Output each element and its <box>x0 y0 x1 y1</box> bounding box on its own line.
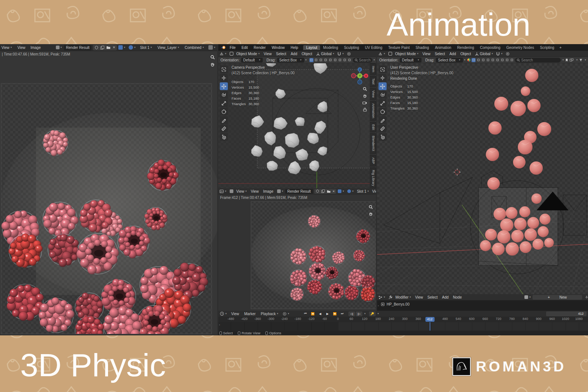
timeline-editor[interactable]: ▼ ViewMarkerPlayback▼ ▼ ⏮ ⏪ ◀ ▶ ⏩ ⏭ <box>218 311 588 331</box>
drag-field[interactable]: Select Box▼ <box>436 58 463 63</box>
node-tree-type[interactable]: Modifier▼ <box>394 295 413 299</box>
toggle-icon-3[interactable] <box>324 58 328 62</box>
new-node-tree-button[interactable]: +New <box>533 295 582 300</box>
editor-type-icon[interactable]: ▼ <box>377 52 387 56</box>
drag-field[interactable]: Select Box▼ <box>277 58 304 63</box>
toggle-icon-6[interactable] <box>500 58 504 62</box>
image-icon[interactable] <box>228 189 235 193</box>
viewport-search[interactable]: Search <box>515 58 561 63</box>
toggle-icon-5[interactable] <box>333 58 337 62</box>
mode-icon[interactable] <box>387 52 394 56</box>
camera-viewport-menu-view[interactable]: View <box>262 52 274 56</box>
user-viewport-canvas[interactable]: User Perspective (412) Scene Collection … <box>377 63 588 294</box>
toggle-icon-1[interactable] <box>476 58 480 62</box>
menu-help[interactable]: Help <box>288 46 301 50</box>
geo-menu-view[interactable]: View <box>413 295 425 299</box>
user-tool-scale[interactable] <box>379 99 387 107</box>
image-action-icons[interactable]: ✕ <box>93 45 117 50</box>
geo-menu-node[interactable]: Node <box>451 295 464 299</box>
next-keyframe-button[interactable]: ⏩ <box>331 311 338 316</box>
workspace-tab-layout[interactable]: Layout <box>303 45 320 50</box>
node-datablock-icon[interactable]: ▼ <box>523 295 533 299</box>
display-channels-icon[interactable]: ▼ <box>346 189 355 193</box>
region-expand-arrow[interactable]: › <box>219 323 220 327</box>
prev-keyframe-button[interactable]: ⏪ <box>309 311 316 316</box>
sidebar-tab-item[interactable]: Item <box>370 63 376 75</box>
region-expand-arrow[interactable]: › <box>378 304 379 307</box>
render-slot-icon[interactable]: ▼ <box>117 45 127 50</box>
user-viewport[interactable]: ▼ Object Mode▼ ViewSelectAddObject Globa… <box>377 51 588 294</box>
sidebar-tab-edit[interactable]: Edit <box>370 122 376 133</box>
camera-viewport[interactable]: ▼ Object Mode▼ ViewSelectAddObject Globa… <box>218 51 376 188</box>
timeline-menu-playback[interactable]: Playback▼ <box>258 312 282 316</box>
user-viewport-menu-select[interactable]: Select <box>433 52 447 56</box>
zoom-icon[interactable] <box>363 87 367 91</box>
user-tool-cursor[interactable] <box>379 74 387 82</box>
geometry-nodes-editor[interactable]: ▼ Modifier▼ ViewSelectAddNode ▼ +New <box>377 294 588 311</box>
timeline-menu-marker[interactable]: Marker <box>241 312 258 316</box>
keying-set-button[interactable]: 🔑 <box>369 311 376 316</box>
step-back-button[interactable]: ◁| <box>348 311 355 316</box>
geo-editor-canvas[interactable]: HP_Berrys.00 › <box>377 300 588 311</box>
camera-viewport-menu-add[interactable]: Add <box>288 52 300 56</box>
camera-tool-cursor[interactable] <box>220 74 228 82</box>
viewport-toggle-icons[interactable] <box>309 58 352 62</box>
workspace-tab-geometry-nodes[interactable]: Geometry Nodes <box>503 45 537 50</box>
camera-tool-select-box[interactable] <box>220 65 228 73</box>
transform-orientation[interactable]: Global▼ <box>315 52 336 56</box>
user-tool-move[interactable] <box>379 82 387 90</box>
workspace-tab-shading[interactable]: Shading <box>413 45 432 50</box>
bookmark-icon[interactable] <box>565 58 568 62</box>
mid-image-editor[interactable]: ▼ View▼ View Image ▼ Render Result ✕ <box>218 188 376 311</box>
toggle-icon-7[interactable] <box>505 58 509 62</box>
editor-type-icon[interactable]: ▼ <box>218 52 228 56</box>
left-image-menu[interactable]: Image <box>28 46 43 50</box>
menu-file[interactable]: File <box>227 46 239 50</box>
workspace-tab-rendering[interactable]: Rendering <box>454 45 477 50</box>
camera-viewport-menu-object[interactable]: Object <box>300 52 315 56</box>
overlays-icon[interactable] <box>570 58 574 62</box>
editor-type-icon[interactable]: ▼ <box>377 295 387 299</box>
step-forward-button[interactable]: |▷ <box>356 311 362 316</box>
jump-to-end-button[interactable]: ⏭ <box>339 311 345 316</box>
ie-image[interactable]: Image <box>261 189 276 193</box>
camera-viewport-menu-select[interactable]: Select <box>274 52 288 56</box>
toggle-icon-8[interactable] <box>348 58 352 62</box>
user-tool-measure[interactable] <box>379 125 387 132</box>
playhead-frame-badge[interactable]: 412 <box>425 317 434 322</box>
current-frame-field[interactable]: 412 <box>546 311 587 316</box>
snap-icon[interactable]: ▼ <box>336 52 345 56</box>
image-action-icons[interactable]: ✕ <box>314 189 337 194</box>
play-button[interactable]: ▶ <box>324 311 331 316</box>
toggle-icon-5[interactable] <box>495 58 499 62</box>
sidebar-tab-animation[interactable]: Animation <box>370 101 376 121</box>
toggle-view-lock-icon[interactable] <box>363 107 367 112</box>
ie-view-menu[interactable]: View▼ <box>235 189 248 193</box>
sidebar-tab-blenderkit[interactable]: BlenderKit <box>370 133 376 154</box>
display-icon[interactable]: ▼ <box>207 45 217 50</box>
menu-window[interactable]: Window <box>269 46 288 50</box>
camera-tool-scale[interactable] <box>220 99 228 107</box>
sidebar-tab-abp[interactable]: ABP <box>370 155 376 167</box>
image-editor-canvas[interactable]: Frame:412 | Time:00:47.66 | Mem:591M, Pe… <box>218 195 376 311</box>
left-editor-nav-icons[interactable] <box>210 55 215 67</box>
transform-orientation[interactable]: Global▼ <box>473 52 495 56</box>
zoom-icon[interactable] <box>369 205 373 209</box>
render-slot-icon[interactable]: ▼ <box>336 189 346 193</box>
render-result-field[interactable]: Render Result <box>285 189 313 194</box>
sidebar-tab-rig-library[interactable]: Rig Library <box>370 167 376 188</box>
blender-logo-icon[interactable] <box>220 45 226 50</box>
workspace-tab-uv-editing[interactable]: UV Editing <box>362 45 385 50</box>
display-channels-icon[interactable]: ▼ <box>127 45 137 50</box>
layer-select[interactable]: View_Layer▼ <box>371 189 376 193</box>
user-tool-annotate[interactable] <box>379 116 387 124</box>
toggle-icon-0[interactable] <box>309 58 313 62</box>
camera-viewport-nav-icons[interactable] <box>362 87 367 112</box>
ie-view[interactable]: View <box>248 189 261 193</box>
toggle-icon-8[interactable] <box>510 58 514 62</box>
workspace-tab-scripting[interactable]: Scripting <box>537 45 557 50</box>
user-tool-select-box[interactable] <box>379 65 387 73</box>
camera-tool-rotate[interactable] <box>220 91 228 99</box>
left-view-menu[interactable]: View▼ <box>0 46 15 50</box>
pin-icon[interactable] <box>585 295 588 299</box>
